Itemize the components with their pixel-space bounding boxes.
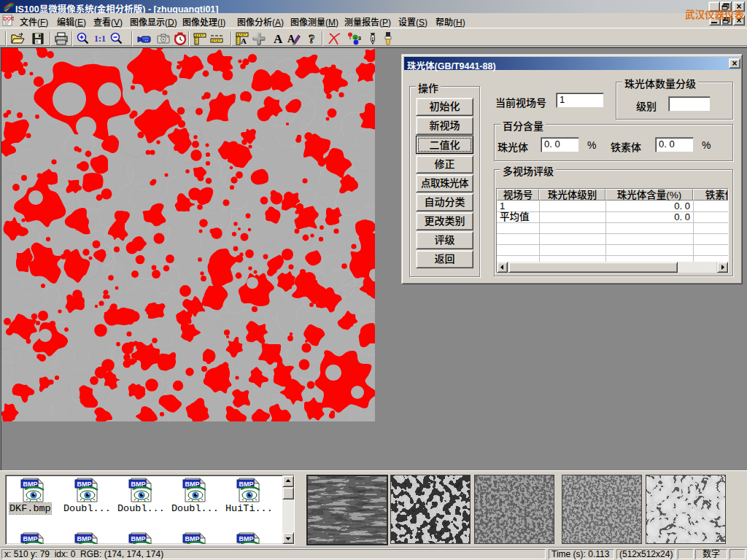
svg-text:0. 0: 0. 0	[674, 211, 690, 222]
svg-text:1:1: 1:1	[94, 34, 106, 44]
svg-text:3: 3	[358, 35, 362, 42]
svg-text:0. 0: 0. 0	[674, 201, 690, 211]
svg-text:A: A	[241, 36, 247, 45]
svg-text:平均值: 平均值	[500, 209, 530, 223]
svg-text:?: ?	[309, 32, 315, 46]
svg-text:DOC: DOC	[4, 16, 15, 21]
svg-text:A: A	[274, 32, 283, 46]
